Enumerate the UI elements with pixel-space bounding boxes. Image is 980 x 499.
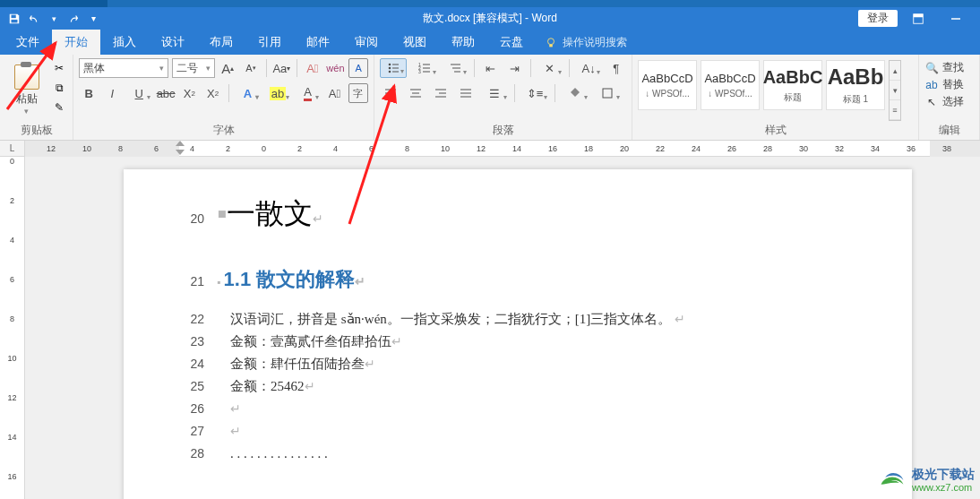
change-case-icon[interactable]: Aa▾ [272, 58, 292, 78]
distributed-icon[interactable]: ☰ [480, 83, 509, 103]
shading-icon[interactable] [561, 83, 589, 103]
save-icon[interactable] [7, 12, 21, 26]
ribbon-display-icon[interactable] [901, 9, 935, 29]
cut-icon[interactable]: ✂ [51, 60, 67, 76]
char-shading-icon[interactable]: A⃝ [324, 83, 344, 103]
line-text[interactable]: ↵ [217, 423, 849, 440]
watermark-logo-icon [878, 468, 907, 493]
select-button[interactable]: ↖选择 [924, 94, 964, 109]
tab-file[interactable]: 文件 [4, 30, 52, 55]
copy-icon[interactable]: ⧉ [51, 80, 67, 96]
align-left-icon[interactable] [380, 83, 401, 103]
char-border-icon[interactable]: A [348, 58, 368, 78]
ruler-tick: 0 [262, 144, 266, 153]
qat-customize-icon[interactable]: ▾ [86, 12, 100, 26]
style-card-wps1[interactable]: AaBbCcD↓ WPSOf... [638, 60, 697, 110]
multilevel-list-icon[interactable] [442, 58, 469, 78]
redo-icon[interactable] [66, 12, 81, 26]
underline-icon[interactable]: U [125, 83, 152, 103]
strike-icon[interactable]: abc [156, 83, 176, 103]
first-line-indent-icon[interactable] [176, 141, 185, 146]
tab-view[interactable]: 视图 [391, 30, 439, 55]
style-card-h1[interactable]: AaBb标题 1 [826, 60, 885, 110]
find-button[interactable]: 🔍查找 [924, 60, 964, 75]
align-right-icon[interactable] [430, 83, 451, 103]
paste-icon[interactable] [14, 65, 39, 90]
hanging-indent-icon[interactable] [176, 150, 185, 155]
format-painter-icon[interactable]: ✎ [51, 99, 67, 116]
line-text[interactable]: 金额：壹萬贰仟叁佰肆拾伍↵ [217, 333, 849, 350]
sort-icon[interactable]: A↓ [575, 58, 602, 78]
line-text[interactable]: ↵ [217, 400, 849, 417]
minimize-icon[interactable] [939, 9, 973, 29]
tab-home[interactable]: 开始 [52, 30, 100, 55]
line-text[interactable]: ▪一散文↵ [217, 194, 849, 234]
decrease-indent-icon[interactable]: ⇤ [480, 58, 501, 78]
shrink-font-icon[interactable]: A▾ [241, 58, 261, 78]
justify-icon[interactable] [455, 83, 477, 103]
svg-rect-6 [549, 44, 553, 47]
ruler-vertical[interactable]: 0246810121416 [0, 157, 25, 499]
font-family-combo[interactable]: 黑体▾ [79, 58, 168, 78]
styles-up-icon[interactable]: ▴ [890, 61, 900, 81]
line-text[interactable]: 汉语词汇，拼音是 sǎn·wén。一指文采焕发；二指犹行文；[1]三指文体名。 … [217, 311, 849, 328]
styles-down-icon[interactable]: ▾ [890, 81, 900, 100]
document-line: 28 . . . . . . . . . . . . . . . [186, 445, 849, 462]
ruler-tick: 10 [82, 144, 91, 153]
font-color-icon[interactable]: A [295, 83, 322, 103]
text-effects-icon[interactable]: A [235, 83, 262, 103]
tab-cloud[interactable]: 云盘 [487, 30, 536, 55]
show-hide-icon[interactable]: ¶ [606, 58, 626, 78]
tab-design[interactable]: 设计 [149, 30, 197, 55]
document-area[interactable]: 20 ▪一散文↵ 21 ▪ 1.1 散文的解释↵ 22 汉语词汇，拼音是 sǎn… [25, 157, 980, 499]
paste-button[interactable]: 粘贴 [16, 91, 38, 107]
line-text[interactable]: ▪ 1.1 散文的解释↵ [217, 266, 849, 293]
superscript-icon[interactable]: X2 [202, 83, 222, 103]
line-text[interactable]: . . . . . . . . . . . . . . . [217, 445, 849, 462]
tab-help[interactable]: 帮助 [439, 30, 487, 55]
italic-icon[interactable]: I [102, 83, 122, 103]
numbering-icon[interactable]: 123 [410, 58, 437, 78]
enclose-char-icon[interactable]: 字 [348, 83, 368, 103]
line-number: 21 [186, 274, 217, 288]
phonetic-guide-icon[interactable]: wén [326, 58, 346, 78]
line-number: 25 [186, 379, 217, 393]
borders-icon[interactable] [593, 83, 622, 103]
style-card-wps2[interactable]: AaBbCcD↓ WPSOf... [701, 60, 760, 110]
login-button[interactable]: 登录 [858, 10, 898, 27]
paste-caret-icon[interactable]: ▾ [24, 107, 29, 116]
line-spacing-icon[interactable]: ⇕≡ [520, 83, 549, 103]
tell-me[interactable]: 操作说明搜索 [536, 30, 636, 55]
replace-icon: ab [924, 78, 939, 92]
tell-me-text: 操作说明搜索 [563, 35, 627, 50]
line-number: 24 [186, 357, 217, 371]
group-editing: 🔍查找 ab替换 ↖选择 编辑 [919, 55, 980, 140]
ruler-horizontal[interactable]: L 12108642024681012141618202224262830323… [0, 141, 980, 157]
clear-format-icon[interactable]: A⃠ [303, 58, 322, 78]
styles-more-icon[interactable]: ≡ [890, 100, 900, 120]
bullets-icon[interactable] [380, 58, 407, 78]
group-clipboard: 粘贴 ▾ ✂ ⧉ ✎ 剪贴板 [0, 55, 73, 140]
redo-caret-icon[interactable]: ▾ [47, 12, 61, 26]
tab-review[interactable]: 审阅 [342, 30, 391, 55]
font-size-combo[interactable]: 二号▾ [172, 58, 215, 78]
line-text[interactable]: 金额：肆仟伍佰陆拾叁↵ [217, 356, 849, 373]
tab-mailings[interactable]: 邮件 [294, 30, 342, 55]
highlight-icon[interactable]: ab [264, 83, 291, 103]
asian-layout-icon[interactable]: ✕ [537, 58, 563, 78]
tab-references[interactable]: 引用 [245, 30, 294, 55]
grow-font-icon[interactable]: A▴ [219, 58, 238, 78]
tab-layout[interactable]: 布局 [197, 30, 245, 55]
increase-indent-icon[interactable]: ⇥ [504, 58, 525, 78]
subscript-icon[interactable]: X2 [179, 83, 199, 103]
bold-icon[interactable]: B [79, 83, 99, 103]
tab-selector[interactable]: L [0, 141, 25, 156]
style-card-title[interactable]: AaBbC标题 [763, 60, 822, 110]
styles-scroll[interactable]: ▴▾≡ [889, 60, 901, 121]
tab-insert[interactable]: 插入 [100, 30, 149, 55]
document-line: 20 ▪一散文↵ [186, 194, 849, 234]
undo-icon[interactable] [27, 12, 41, 26]
replace-button[interactable]: ab替换 [924, 77, 964, 92]
align-center-icon[interactable] [405, 83, 426, 103]
line-text[interactable]: 金额：25462↵ [217, 378, 849, 395]
